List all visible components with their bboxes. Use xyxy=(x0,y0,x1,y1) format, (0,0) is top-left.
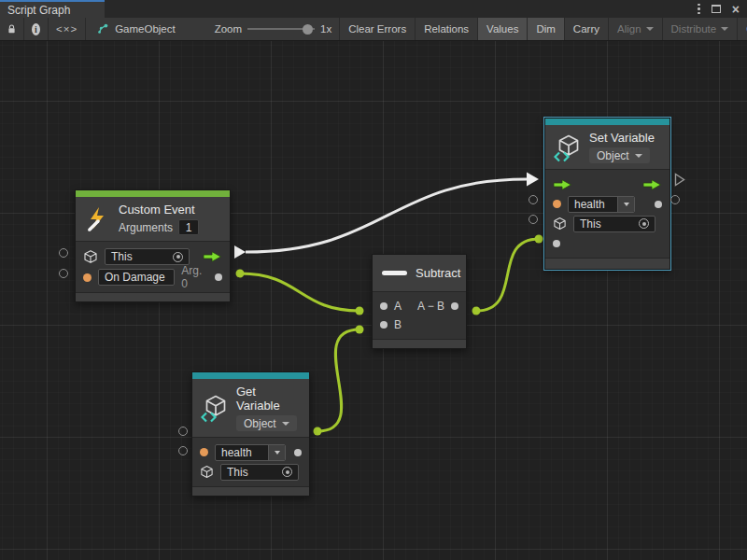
custom-event-node[interactable]: Custom Event Arguments 1 This xyxy=(75,189,231,302)
variable-name-port[interactable] xyxy=(200,448,208,456)
code-button[interactable]: <×> xyxy=(49,18,86,40)
lock-button[interactable] xyxy=(0,18,24,40)
target-object-field[interactable]: This xyxy=(220,464,299,481)
wire-cap xyxy=(535,235,543,244)
arg0-output-port[interactable] xyxy=(215,273,222,281)
wire-cap xyxy=(472,307,481,315)
variable-scope-dropdown[interactable]: Object xyxy=(236,415,297,431)
window-controls: × xyxy=(698,0,747,18)
variable-name-dropdown[interactable]: health xyxy=(568,196,635,213)
context-zoom-group: GameObject Zoom 1x xyxy=(86,18,340,40)
variable-name-port[interactable] xyxy=(553,200,561,208)
relations-button[interactable]: Relations xyxy=(416,18,478,40)
custom-event-unconnected-port[interactable] xyxy=(59,269,68,278)
target-object-field[interactable]: This xyxy=(105,248,190,265)
event-name-port[interactable] xyxy=(83,273,92,282)
close-icon[interactable]: × xyxy=(732,5,740,14)
zoom-value: 1x xyxy=(320,23,331,35)
flow-wire-arrowhead xyxy=(527,173,539,187)
code-icon: <×> xyxy=(56,23,78,35)
info-icon: i xyxy=(32,23,40,35)
port-row-flow xyxy=(545,175,669,194)
subtract-node[interactable]: Subtract A A − B B xyxy=(372,254,467,349)
tab-title: Script Graph xyxy=(7,4,70,17)
set-variable-unconnected-port[interactable] xyxy=(529,215,538,224)
zoom-slider[interactable] xyxy=(247,28,315,30)
custom-event-unconnected-port[interactable] xyxy=(59,248,68,258)
dim-button[interactable]: Dim xyxy=(528,18,564,40)
flow-wire-start-cap xyxy=(234,245,246,259)
lock-icon xyxy=(7,22,16,35)
values-button[interactable]: Values xyxy=(478,18,528,40)
flow-out-port[interactable] xyxy=(642,179,662,190)
clear-errors-button[interactable]: Clear Errors xyxy=(340,18,416,40)
maximize-icon[interactable] xyxy=(712,5,721,13)
port-row-a: A A − B xyxy=(373,297,466,315)
object-picker-icon[interactable] xyxy=(282,467,292,477)
event-name-field[interactable]: On Damage xyxy=(98,269,175,286)
get-variable-unconnected-port[interactable] xyxy=(178,427,188,436)
gameobject-cube-icon xyxy=(553,217,567,231)
info-button[interactable]: i xyxy=(24,18,49,40)
wire-value-getvariable-subtractB[interactable] xyxy=(317,329,359,431)
arg0-port-label: Arg. 0 xyxy=(181,264,208,290)
result-port[interactable] xyxy=(451,302,458,310)
gameobject-cube-icon xyxy=(200,465,214,479)
wire-value-subtract-setvariable[interactable] xyxy=(476,239,539,311)
title-bar: Script Graph × xyxy=(0,0,747,18)
port-row-value-in xyxy=(545,233,669,253)
node-title: Set Variable xyxy=(589,131,655,145)
carry-button[interactable]: Carry xyxy=(565,18,609,40)
wire-cap xyxy=(236,270,245,278)
variable-icon xyxy=(202,395,228,421)
overview-button[interactable]: Overv xyxy=(738,18,747,40)
flow-out-port[interactable] xyxy=(203,251,222,262)
value-out-port[interactable] xyxy=(655,201,662,208)
port-row-b: B xyxy=(373,315,466,334)
input-a-label: A xyxy=(394,300,402,313)
custom-event-icon xyxy=(85,206,110,231)
variable-accent-strip xyxy=(192,372,309,379)
variable-name-dropdown[interactable]: health xyxy=(215,444,286,461)
object-picker-icon[interactable] xyxy=(639,218,649,229)
gameobject-graph-icon xyxy=(97,22,108,35)
gameobject-cube-icon xyxy=(83,249,98,264)
dropdown-arrow-icon xyxy=(268,445,285,460)
arguments-count-field[interactable]: 1 xyxy=(178,219,199,235)
flow-in-port[interactable] xyxy=(553,179,572,190)
set-variable-unconnected-port[interactable] xyxy=(529,195,538,204)
set-variable-node[interactable]: Set Variable Object health xyxy=(544,118,670,270)
wire-cap xyxy=(356,326,364,334)
value-out-port[interactable] xyxy=(294,449,302,456)
input-b-label: B xyxy=(394,318,402,331)
get-variable-unconnected-port[interactable] xyxy=(178,446,188,455)
set-variable-output-indicator[interactable] xyxy=(670,195,680,204)
chevron-down-icon xyxy=(721,27,728,31)
port-row-variable-name: health xyxy=(192,442,309,462)
port-row-target: This xyxy=(545,214,669,233)
object-picker-icon[interactable] xyxy=(173,252,183,262)
wire-value-arg0-subtractA[interactable] xyxy=(240,273,359,311)
graph-canvas[interactable]: Custom Event Arguments 1 This xyxy=(0,41,747,560)
node-title: Get Variable xyxy=(236,385,300,413)
variable-accent-strip xyxy=(545,119,669,125)
window-menu-icon[interactable] xyxy=(698,4,700,15)
node-title: Subtract xyxy=(416,266,460,280)
distribute-button[interactable]: Distribute xyxy=(663,18,739,40)
output-label: A − B xyxy=(417,300,444,313)
get-variable-node[interactable]: Get Variable Object health Th xyxy=(191,371,310,497)
flow-continuation-indicator xyxy=(674,173,685,187)
wire-cap xyxy=(356,307,364,315)
align-button[interactable]: Align xyxy=(609,18,663,40)
wire-cap xyxy=(314,427,322,436)
gameobject-label[interactable]: GameObject xyxy=(115,23,176,35)
tab-script-graph[interactable]: Script Graph xyxy=(0,0,105,18)
variable-icon xyxy=(555,134,581,161)
zoom-slider-handle[interactable] xyxy=(303,24,313,35)
target-object-field[interactable]: This xyxy=(573,216,655,232)
wire-flow-customevent-setvariable[interactable] xyxy=(246,179,527,252)
input-a-port[interactable] xyxy=(380,302,388,310)
value-in-port[interactable] xyxy=(553,240,560,247)
variable-scope-dropdown[interactable]: Object xyxy=(589,147,650,163)
input-b-port[interactable] xyxy=(380,321,388,329)
